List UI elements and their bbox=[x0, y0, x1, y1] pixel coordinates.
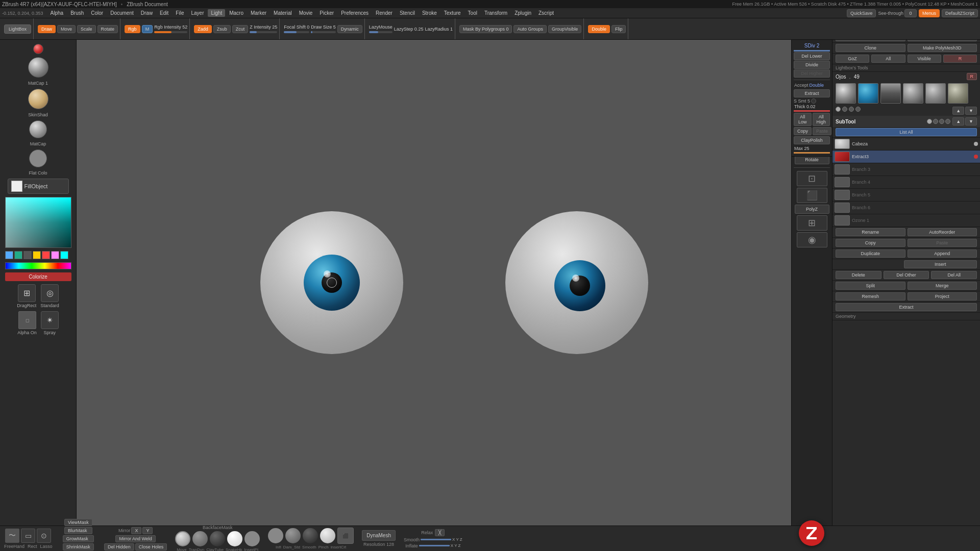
rename-btn[interactable]: Rename bbox=[836, 228, 905, 236]
subtool-branch5[interactable]: Branch 5 bbox=[832, 189, 980, 202]
sphere-snakehk[interactable] bbox=[227, 531, 242, 546]
polyz-btn[interactable]: PolyZ bbox=[795, 205, 829, 214]
goz-btn[interactable]: GoZ bbox=[836, 55, 869, 63]
split-btn[interactable]: Split bbox=[836, 282, 905, 290]
subtool-arrow-up[interactable]: ▲ bbox=[952, 117, 964, 126]
menu-material[interactable]: Material bbox=[271, 9, 295, 17]
menu-tool[interactable]: Tool bbox=[465, 9, 480, 17]
freehand-icon[interactable]: 〜 bbox=[5, 529, 19, 543]
default-zscript-btn[interactable]: DefaultZScript bbox=[942, 9, 978, 17]
subtool-visibility-cabeza[interactable] bbox=[974, 142, 978, 146]
sphere-insertcrt[interactable]: ⬛ bbox=[337, 528, 354, 544]
shrink-mask-btn[interactable]: ShrinkMask bbox=[63, 543, 94, 550]
menu-zplugin[interactable]: Zplugin bbox=[511, 9, 534, 17]
mask-polygroups-btn[interactable]: Mask By Polygroups 0 bbox=[459, 25, 512, 33]
menu-texture[interactable]: Texture bbox=[441, 9, 464, 17]
auto-reorder-btn[interactable]: AutoReorder bbox=[908, 228, 977, 236]
polyz-icon[interactable]: ⬛ bbox=[797, 188, 827, 203]
group-visible-btn[interactable]: GroupVisible bbox=[548, 25, 581, 33]
tool-thumb-sphere-blue[interactable] bbox=[858, 83, 878, 104]
dot-2[interactable] bbox=[842, 107, 847, 112]
make-poly-btn[interactable]: Make PolyMesh3D bbox=[908, 44, 977, 52]
matcap-skin-sphere[interactable] bbox=[28, 89, 48, 109]
clay-polish-btn[interactable]: ClayPolish bbox=[794, 136, 830, 144]
divide-btn[interactable]: Divide bbox=[794, 61, 830, 69]
visible-btn[interactable]: Visible bbox=[908, 55, 941, 63]
draw-btn[interactable]: Draw bbox=[38, 25, 56, 33]
del-hidden-btn[interactable]: Del Hidden bbox=[104, 543, 134, 550]
zsub-btn[interactable]: Zsub bbox=[213, 25, 231, 33]
flat-color-sphere[interactable] bbox=[29, 149, 47, 167]
lightbox-btn[interactable]: LightBox bbox=[4, 24, 31, 34]
color-swatch-cyan[interactable] bbox=[60, 251, 68, 259]
scale-btn[interactable]: Scale bbox=[77, 25, 96, 33]
menus-btn[interactable]: Menus bbox=[919, 9, 940, 17]
subtool-dot-3[interactable] bbox=[939, 119, 944, 124]
sphere-move[interactable] bbox=[175, 531, 190, 546]
duplicate-btn[interactable]: Duplicate bbox=[836, 249, 905, 258]
m-btn[interactable]: M bbox=[142, 25, 153, 33]
delete-btn[interactable]: Delete bbox=[836, 271, 881, 279]
menu-zscript[interactable]: Zscript bbox=[535, 9, 557, 17]
color-swatch-green[interactable] bbox=[14, 251, 22, 259]
color-gradient-bar[interactable] bbox=[5, 262, 71, 269]
del-other-btn[interactable]: Del Other bbox=[884, 271, 929, 279]
dot-1[interactable] bbox=[836, 107, 841, 112]
menu-layer[interactable]: Layer bbox=[188, 9, 207, 17]
view-mask-btn[interactable]: ViewMask bbox=[64, 519, 92, 526]
max-slider[interactable] bbox=[794, 152, 830, 154]
menu-file[interactable]: File bbox=[173, 9, 187, 17]
inflate-slider[interactable] bbox=[419, 545, 450, 546]
dot-4[interactable] bbox=[855, 107, 861, 112]
all-btn[interactable]: All bbox=[871, 55, 905, 63]
color-swatch-blue[interactable] bbox=[5, 251, 13, 259]
tool-thumb-sphere[interactable] bbox=[836, 83, 856, 104]
auto-groups-btn[interactable]: Auto Groups bbox=[513, 25, 547, 33]
subtool-cabeza[interactable]: Cabeza bbox=[832, 138, 980, 151]
del-lower-btn[interactable]: Del Lower bbox=[794, 52, 830, 60]
colorize-btn[interactable]: Colorize bbox=[5, 272, 71, 281]
append-btn[interactable]: Append bbox=[908, 249, 977, 258]
del-all-btn[interactable]: Del All bbox=[931, 271, 977, 279]
tool-thumb-cylinder[interactable] bbox=[880, 83, 901, 104]
extract-btn[interactable]: Extract bbox=[794, 89, 830, 97]
sphere-insertpt[interactable] bbox=[244, 531, 260, 546]
lasso-icon[interactable]: ⊙ bbox=[37, 529, 51, 543]
flip-btn[interactable]: Flip bbox=[611, 25, 626, 33]
dynamesh-btn[interactable]: DynaMesh bbox=[362, 530, 396, 541]
subtool-arrow-down[interactable]: ▼ bbox=[965, 117, 977, 126]
menu-marker[interactable]: Marker bbox=[248, 9, 270, 17]
menu-movie[interactable]: Movie bbox=[296, 9, 316, 17]
sphere-pinch[interactable] bbox=[320, 528, 335, 543]
menu-preferences[interactable]: Preferences bbox=[338, 9, 372, 17]
menu-light[interactable]: Light bbox=[208, 9, 225, 17]
subtool-visibility-extract3[interactable] bbox=[974, 155, 978, 159]
merge-btn[interactable]: Merge bbox=[908, 282, 977, 290]
subtool-ozone[interactable]: Ozone 1 bbox=[832, 214, 980, 227]
paste-subtool-btn[interactable]: Paste bbox=[908, 239, 977, 247]
sphere-trandyn[interactable] bbox=[192, 531, 208, 546]
r-btn[interactable]: R bbox=[943, 55, 977, 63]
color-swatch-yellow[interactable] bbox=[33, 251, 41, 259]
focal-slider[interactable] bbox=[284, 31, 309, 33]
rect-icon[interactable]: ▭ bbox=[21, 529, 35, 543]
dot-3[interactable] bbox=[849, 107, 854, 112]
mirror-weld-btn[interactable]: Mirror And Weld bbox=[115, 535, 155, 542]
relax-x-btn[interactable]: ╳ bbox=[435, 529, 445, 536]
matcap1-sphere[interactable] bbox=[28, 57, 48, 78]
del-higher-btn[interactable]: Del Higher bbox=[794, 69, 830, 78]
subtool-dot-2[interactable] bbox=[933, 119, 938, 124]
menu-alpha[interactable]: Alpha bbox=[47, 9, 67, 17]
draw-size-slider[interactable] bbox=[311, 31, 336, 33]
remesh-btn[interactable]: Remesh bbox=[836, 292, 905, 300]
fill-object-btn[interactable]: FillObject bbox=[8, 179, 69, 194]
menu-transform[interactable]: Transform bbox=[481, 9, 510, 17]
sdiv-slider[interactable] bbox=[794, 50, 830, 52]
insert-btn[interactable]: Insert bbox=[904, 260, 977, 268]
arrow-down-btn[interactable]: ▼ bbox=[965, 107, 977, 115]
subtool-dot-1[interactable] bbox=[927, 119, 932, 124]
sdiv-label[interactable]: SDiv 2 bbox=[794, 42, 830, 49]
tool-thumb-simple[interactable] bbox=[925, 83, 946, 104]
list-all-btn[interactable]: List All bbox=[836, 128, 977, 136]
copy-subtool-btn[interactable]: Copy bbox=[836, 239, 905, 247]
